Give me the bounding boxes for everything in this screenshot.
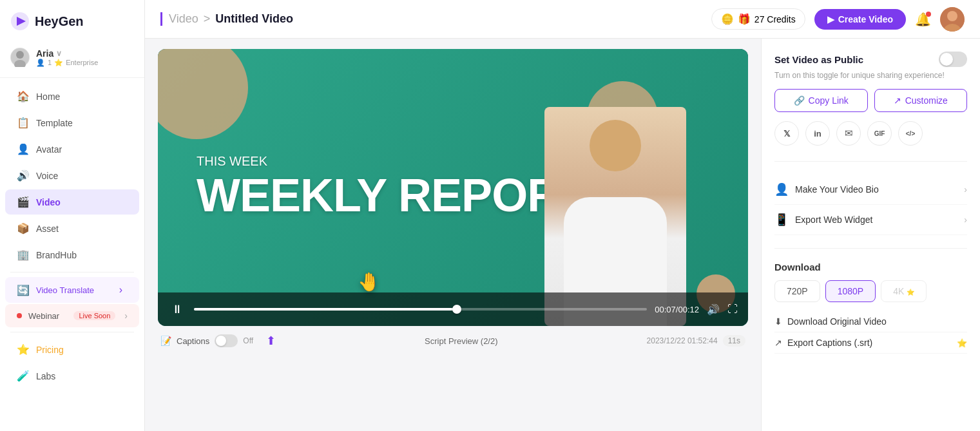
script-preview-label: Script Preview (2/2) bbox=[289, 336, 633, 346]
notification-button[interactable]: 🔔 bbox=[915, 12, 931, 27]
social-buttons: 𝕏 in ✉ GIF </> bbox=[774, 121, 967, 146]
webinar-live-badge: Live Soon bbox=[73, 311, 115, 320]
customize-button[interactable]: ↗ Customize bbox=[874, 89, 968, 112]
gift-icon: 🎁 bbox=[738, 13, 751, 25]
volume-button[interactable]: 🔊 bbox=[707, 303, 720, 316]
svg-point-3 bbox=[16, 51, 24, 59]
create-video-button[interactable]: ▶ Create Video bbox=[814, 9, 906, 30]
header: Video > Untitled Video 🪙 🎁 27 Credits ▶ … bbox=[145, 0, 980, 39]
video-bio-feature[interactable]: 👤 Make Your Video Bio › bbox=[774, 175, 967, 205]
panel-divider-2 bbox=[774, 248, 967, 249]
sidebar-user-avatar bbox=[10, 48, 30, 67]
sidebar-item-avatar[interactable]: 👤 Avatar bbox=[5, 137, 139, 162]
brandhub-icon: 🏢 bbox=[17, 249, 30, 261]
sidebar-item-voice[interactable]: 🔊 Voice bbox=[5, 163, 139, 188]
web-widget-chevron: › bbox=[964, 215, 967, 225]
video-background: THIS WEEK WEEKLY REPORT 🤚 bbox=[158, 49, 748, 326]
cursor-hand: 🤚 bbox=[358, 271, 380, 292]
progress-bar[interactable] bbox=[194, 308, 647, 311]
download-icon: ⬇ bbox=[774, 316, 782, 327]
sidebar-item-video[interactable]: 🎬 Video bbox=[5, 189, 139, 215]
webinar-chevron: › bbox=[124, 311, 128, 321]
captions-premium-icon: ⭐ bbox=[957, 338, 967, 348]
download-section: Download 720P 1080P 4K ⭐ ⬇ Download Orig… bbox=[774, 262, 967, 354]
svg-point-6 bbox=[947, 11, 957, 21]
user-meta: 👤 1 ⭐ Enterprise bbox=[36, 59, 98, 67]
user-section[interactable]: Aria ∨ 👤 1 ⭐ Enterprise bbox=[0, 41, 144, 78]
sidebar-item-template[interactable]: 📋 Template bbox=[5, 110, 139, 135]
captions-toggle[interactable] bbox=[215, 334, 238, 347]
video-decor-top-left bbox=[158, 49, 248, 139]
sidebar: HeyGen Aria ∨ 👤 1 ⭐ Enterprise bbox=[0, 0, 145, 431]
gif-icon: GIF bbox=[874, 130, 885, 137]
pause-button[interactable]: ⏸ bbox=[168, 300, 186, 318]
heygen-logo-icon bbox=[10, 12, 30, 31]
public-toggle-switch[interactable] bbox=[939, 52, 967, 67]
user-info: Aria ∨ 👤 1 ⭐ Enterprise bbox=[36, 48, 98, 67]
username: Aria ∨ bbox=[36, 48, 98, 59]
linkedin-icon: in bbox=[814, 129, 821, 139]
panel-divider-1 bbox=[774, 161, 967, 162]
resolution-720p-button[interactable]: 720P bbox=[774, 280, 820, 302]
video-controls: ⏸ 00:07/00:12 🔊 ⛶ bbox=[158, 292, 748, 326]
breadcrumb-separator: > bbox=[204, 12, 211, 26]
breadcrumb-parent[interactable]: Video bbox=[160, 12, 198, 26]
email-share-button[interactable]: ✉ bbox=[836, 121, 861, 146]
public-toggle-row: Set Video as Public bbox=[774, 52, 967, 67]
video-translate-icon: 🔄 bbox=[17, 284, 30, 296]
download-original-link[interactable]: ⬇ Download Original Video bbox=[774, 311, 967, 332]
sidebar-item-pricing[interactable]: ⭐ Pricing bbox=[5, 337, 139, 362]
embed-share-button[interactable]: </> bbox=[898, 121, 923, 146]
breadcrumb-current: Untitled Video bbox=[215, 12, 293, 26]
resolution-1080p-button[interactable]: 1080P bbox=[825, 280, 876, 302]
asset-icon: 📦 bbox=[17, 222, 30, 235]
video-translate-badge: › bbox=[114, 283, 128, 296]
main-area: Video > Untitled Video 🪙 🎁 27 Credits ▶ … bbox=[145, 0, 980, 431]
video-bio-label-group: 👤 Make Your Video Bio bbox=[774, 182, 879, 196]
upload-button[interactable]: ⬆ bbox=[266, 334, 276, 348]
notification-dot bbox=[926, 12, 931, 17]
header-actions: 🪙 🎁 27 Credits ▶ Create Video 🔔 bbox=[711, 7, 965, 32]
twitter-share-button[interactable]: 𝕏 bbox=[774, 121, 799, 146]
download-title: Download bbox=[774, 262, 967, 273]
captions-control: 📝 Captions Off bbox=[160, 334, 253, 347]
web-widget-label-group: 📱 Export Web Widget bbox=[774, 213, 872, 227]
public-toggle-label: Set Video as Public bbox=[774, 54, 863, 65]
breadcrumb: Video > Untitled Video bbox=[160, 12, 293, 26]
export-captions-icon: ↗ bbox=[774, 338, 782, 348]
sidebar-item-video-translate[interactable]: 🔄 Video Translate › bbox=[5, 277, 139, 303]
user-avatar[interactable] bbox=[940, 7, 965, 32]
video-meta: 2023/12/22 01:52:44 11s bbox=[647, 335, 745, 347]
logo[interactable]: HeyGen bbox=[0, 5, 144, 41]
credits-label: 27 Credits bbox=[754, 14, 796, 24]
public-toggle-section: Set Video as Public Turn on this toggle … bbox=[774, 52, 967, 148]
right-panel: Set Video as Public Turn on this toggle … bbox=[761, 39, 980, 431]
fullscreen-button[interactable]: ⛶ bbox=[727, 303, 738, 315]
action-buttons: 🔗 Copy Link ↗ Customize bbox=[774, 89, 967, 112]
gif-share-button[interactable]: GIF bbox=[867, 121, 892, 146]
avatar-icon: 👤 bbox=[17, 143, 30, 155]
sidebar-item-labs[interactable]: 🧪 Labs bbox=[5, 363, 139, 388]
captions-icon: 📝 bbox=[160, 336, 171, 346]
linkedin-share-button[interactable]: in bbox=[805, 121, 830, 146]
twitter-icon: 𝕏 bbox=[783, 129, 790, 139]
export-captions-link[interactable]: ↗ Export Captions (.srt) ⭐ bbox=[774, 332, 967, 354]
captions-state: Off bbox=[243, 336, 253, 345]
progress-fill bbox=[194, 308, 457, 311]
sidebar-item-asset[interactable]: 📦 Asset bbox=[5, 216, 139, 241]
4k-premium-icon: ⭐ bbox=[907, 289, 914, 296]
sidebar-item-brandhub[interactable]: 🏢 BrandHub bbox=[5, 242, 139, 267]
web-widget-feature[interactable]: 📱 Export Web Widget › bbox=[774, 205, 967, 235]
copy-link-button[interactable]: 🔗 Copy Link bbox=[774, 89, 868, 112]
copy-link-icon: 🔗 bbox=[794, 95, 805, 106]
sidebar-item-home[interactable]: 🏠 Home bbox=[5, 84, 139, 109]
home-icon: 🏠 bbox=[17, 90, 30, 102]
sidebar-item-webinar[interactable]: Webinar Live Soon › bbox=[5, 304, 139, 327]
public-toggle-description: Turn on this toggle for unique sharing e… bbox=[774, 71, 967, 80]
resolution-4k-button[interactable]: 4K ⭐ bbox=[881, 280, 927, 302]
voice-icon: 🔊 bbox=[17, 169, 30, 182]
web-widget-label: Export Web Widget bbox=[795, 215, 872, 225]
credits-button[interactable]: 🪙 🎁 27 Credits bbox=[711, 8, 805, 30]
video-footer: 📝 Captions Off ⬆ Script Preview (2/2) 20… bbox=[158, 326, 748, 356]
template-icon: 📋 bbox=[17, 117, 30, 129]
